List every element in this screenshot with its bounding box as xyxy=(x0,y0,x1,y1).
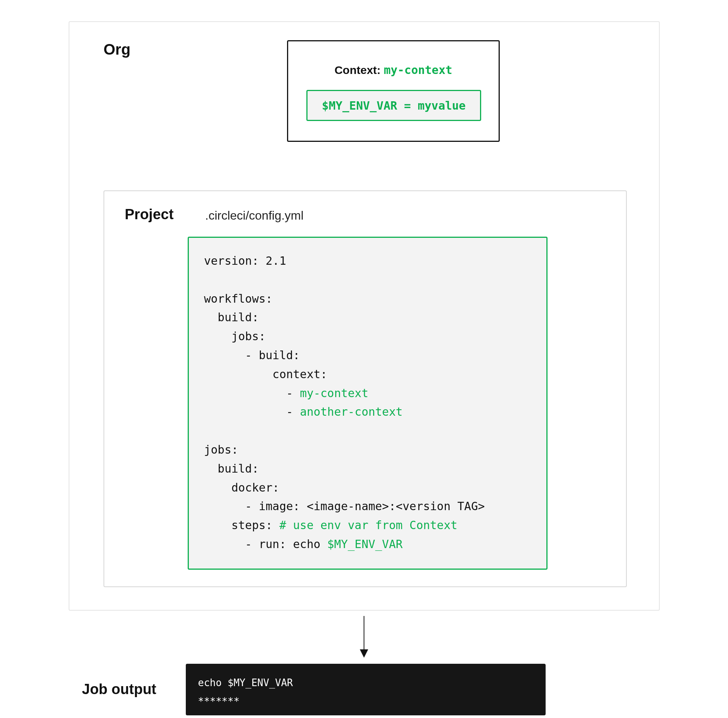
arrow-down-icon xyxy=(364,616,364,657)
org-title: Org xyxy=(104,41,130,58)
config-yaml-block: version: 2.1 workflows: build: jobs: - b… xyxy=(188,237,548,570)
env-var-assignment: $MY_ENV_VAR = myvalue xyxy=(306,90,481,121)
job-output-label: Job output xyxy=(82,681,156,698)
project-title: Project xyxy=(125,206,174,223)
context-label: Context: my-context xyxy=(288,63,499,77)
context-box: Context: my-context $MY_ENV_VAR = myvalu… xyxy=(287,40,500,142)
project-container: Project .circleci/config.yml version: 2.… xyxy=(104,190,627,587)
job-output-terminal: echo $MY_ENV_VAR ******* xyxy=(186,664,546,715)
context-name: my-context xyxy=(384,63,452,77)
terminal-line-1: echo $MY_ENV_VAR xyxy=(198,677,293,688)
terminal-line-2: ******* xyxy=(198,696,240,707)
config-filename: .circleci/config.yml xyxy=(205,209,304,223)
context-label-prefix: Context: xyxy=(334,64,384,76)
org-container: Org Context: my-context $MY_ENV_VAR = my… xyxy=(69,21,660,611)
